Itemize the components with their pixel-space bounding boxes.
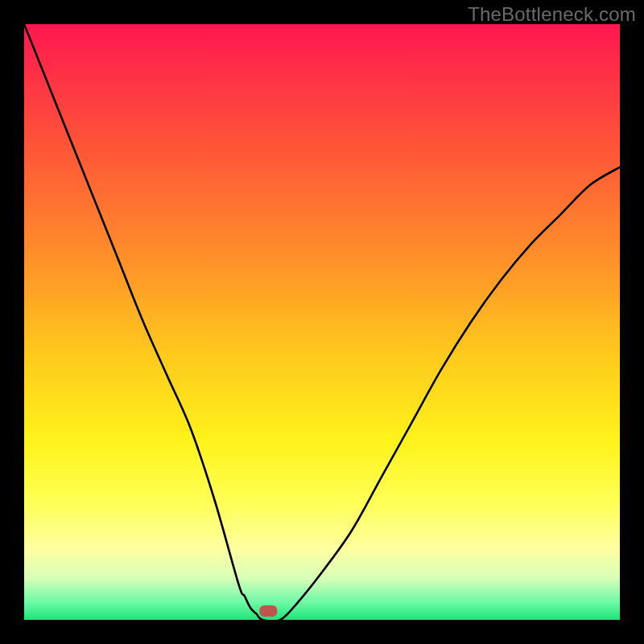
chart-svg bbox=[24, 24, 620, 620]
gradient-background bbox=[24, 24, 620, 620]
watermark-text: TheBottleneck.com bbox=[468, 3, 636, 26]
chart-container: TheBottleneck.com bbox=[0, 0, 644, 644]
plot-area bbox=[24, 24, 620, 620]
optimal-point-marker bbox=[259, 605, 277, 617]
